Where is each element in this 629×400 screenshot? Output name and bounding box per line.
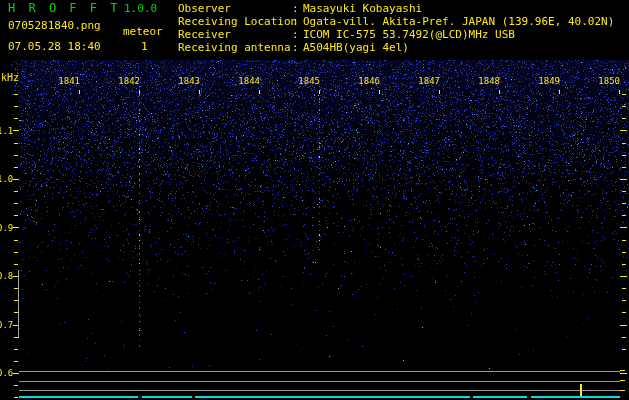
time-tick-label: 1842 — [116, 76, 140, 86]
freq-tick-label: 0.7 — [0, 320, 12, 330]
freq-tick-label: 1.0 — [0, 174, 12, 184]
time-tick-label: 1850 — [596, 76, 620, 86]
freq-major-tick-right — [620, 276, 627, 277]
freq-minor-tick — [14, 215, 18, 216]
freq-minor-tick-right — [622, 312, 626, 313]
freq-major-tick — [13, 373, 19, 374]
freq-minor-tick-right — [622, 118, 626, 119]
time-tick — [259, 90, 260, 94]
time-tick — [619, 90, 620, 94]
freq-minor-tick-right — [622, 337, 626, 338]
freq-minor-tick — [14, 167, 18, 168]
freq-minor-tick — [14, 264, 18, 265]
freq-minor-tick — [14, 385, 18, 386]
freq-minor-tick — [14, 203, 18, 204]
freq-minor-tick-right — [622, 167, 626, 168]
freq-major-tick — [13, 179, 19, 180]
freq-major-tick — [13, 130, 19, 131]
level-ref-right-dash — [620, 390, 625, 391]
freq-major-tick-right — [620, 325, 627, 326]
signal-level-line — [195, 396, 470, 398]
freq-major-tick-right — [620, 227, 627, 228]
freq-minor-tick — [14, 361, 18, 362]
freq-tick-label: 1.1 — [0, 126, 12, 136]
freq-tick-label: 0.8 — [0, 271, 12, 281]
signal-level-line — [473, 396, 527, 398]
level-ref-line — [19, 371, 620, 372]
time-tick-label: 1846 — [356, 76, 380, 86]
freq-minor-tick-right — [622, 252, 626, 253]
time-tick-label: 1849 — [536, 76, 560, 86]
freq-major-tick-right — [620, 373, 627, 374]
level-ref-line — [19, 381, 620, 382]
freq-tick-label: 0.6 — [0, 368, 12, 378]
freq-minor-tick — [14, 143, 18, 144]
time-tick — [439, 90, 440, 94]
freq-minor-tick-right — [622, 106, 626, 107]
level-spike — [580, 384, 582, 396]
freq-minor-tick — [14, 252, 18, 253]
time-tick — [79, 90, 80, 94]
freq-minor-tick-right — [622, 215, 626, 216]
time-tick-label: 1844 — [236, 76, 260, 86]
time-tick-label: 1848 — [476, 76, 500, 86]
time-tick — [139, 90, 140, 94]
time-tick — [499, 90, 500, 94]
time-tick — [379, 90, 380, 94]
level-bar — [18, 270, 19, 338]
signal-level-line — [19, 396, 138, 398]
freq-minor-tick-right — [622, 264, 626, 265]
time-tick — [199, 90, 200, 94]
freq-minor-tick — [14, 240, 18, 241]
hrofft-spectrogram-image: H R O F F T 1.0.0 0705281840.png meteor … — [0, 0, 629, 400]
freq-minor-tick — [14, 155, 18, 156]
freq-minor-tick — [14, 94, 18, 95]
plot-annotations: 1.11.00.90.80.70.61841184218431844184518… — [0, 0, 629, 400]
freq-minor-tick-right — [622, 94, 626, 95]
freq-minor-tick-right — [622, 300, 626, 301]
time-tick — [559, 90, 560, 94]
freq-minor-tick — [14, 349, 18, 350]
freq-tick-label: 0.9 — [0, 223, 12, 233]
time-tick-label: 1847 — [416, 76, 440, 86]
freq-minor-tick-right — [622, 288, 626, 289]
freq-major-tick — [13, 227, 19, 228]
freq-minor-tick-right — [622, 203, 626, 204]
freq-minor-tick-right — [622, 240, 626, 241]
time-tick-label: 1841 — [56, 76, 80, 86]
freq-minor-tick-right — [622, 155, 626, 156]
freq-major-tick-right — [620, 130, 627, 131]
freq-major-tick-right — [620, 179, 627, 180]
time-tick-label: 1845 — [296, 76, 320, 86]
level-ref-right-dash — [620, 370, 625, 371]
time-tick — [319, 90, 320, 94]
signal-level-line — [142, 396, 192, 398]
freq-minor-tick — [14, 397, 18, 398]
level-ref-right-dash — [620, 380, 625, 381]
freq-minor-tick — [14, 106, 18, 107]
freq-minor-tick — [14, 191, 18, 192]
time-tick-label: 1843 — [176, 76, 200, 86]
signal-level-line — [531, 396, 620, 398]
freq-minor-tick-right — [622, 191, 626, 192]
freq-minor-tick — [14, 118, 18, 119]
freq-minor-tick-right — [622, 143, 626, 144]
level-ref-line — [19, 390, 620, 391]
freq-minor-tick-right — [622, 349, 626, 350]
